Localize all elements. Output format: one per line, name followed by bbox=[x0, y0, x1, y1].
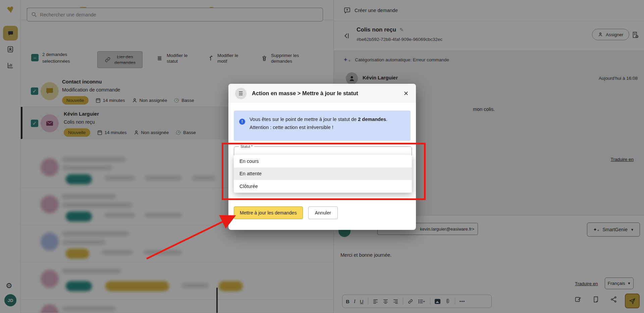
annotation-highlight-rect bbox=[222, 143, 426, 200]
modal-header: ☰ Action en masse > Mettre à jour le sta… bbox=[228, 84, 416, 103]
modal-title: Action en masse > Mettre à jour le statu… bbox=[252, 90, 358, 97]
update-requests-button[interactable]: Mettre à jour les demandes bbox=[234, 206, 303, 219]
close-icon[interactable]: ✕ bbox=[404, 90, 409, 97]
info-text: Vous êtes sur le point de mettre à jour … bbox=[250, 117, 358, 122]
easiware-app: ♥ ⚙ JD Toutes les demandes 22 Demandes o… bbox=[0, 0, 644, 313]
info-count: 2 demandes bbox=[358, 117, 386, 122]
info-warning: Attention : cette action est irréversibl… bbox=[250, 125, 333, 130]
cancel-button[interactable]: Annuler bbox=[308, 206, 338, 219]
info-icon: ! bbox=[239, 119, 245, 125]
modal-footer: Mettre à jour les demandes Annuler bbox=[234, 206, 338, 219]
bulk-action-list-icon: ☰ bbox=[235, 88, 247, 99]
warning-info-box: ! Vous êtes sur le point de mettre à jou… bbox=[234, 111, 411, 141]
